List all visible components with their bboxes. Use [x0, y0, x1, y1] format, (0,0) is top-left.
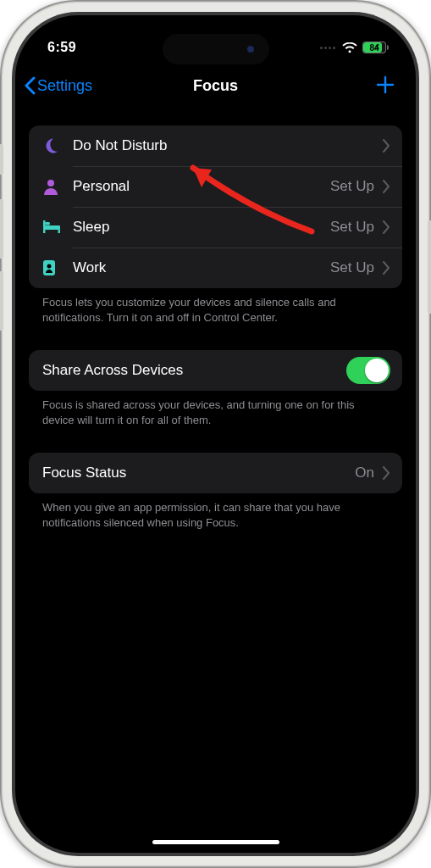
content-area: Do Not Disturb Personal Set Up — [15, 108, 416, 530]
row-label: Work — [73, 259, 330, 276]
row-trailing: Set Up — [330, 178, 374, 195]
row-label: Focus Status — [42, 465, 355, 481]
svg-rect-1 — [43, 225, 60, 230]
add-button[interactable] — [375, 72, 401, 99]
home-indicator[interactable] — [152, 840, 279, 844]
row-share-across-devices: Share Across Devices — [29, 350, 402, 391]
chevron-right-icon — [383, 180, 390, 193]
svg-point-0 — [47, 180, 54, 186]
share-toggle[interactable] — [346, 357, 390, 384]
screen: 6:59 84 ⚡︎ — [15, 15, 416, 853]
status-group: Focus Status On — [29, 453, 402, 493]
row-trailing: Set Up — [330, 219, 374, 236]
nav-bar: Settings Focus — [15, 64, 416, 108]
svg-rect-5 — [43, 220, 46, 226]
row-label: Personal — [73, 178, 330, 195]
row-label: Sleep — [73, 219, 330, 236]
chevron-right-icon — [383, 220, 390, 234]
row-label: Do Not Disturb — [73, 137, 374, 154]
svg-rect-2 — [43, 230, 46, 233]
wifi-icon — [342, 42, 357, 53]
row-work[interactable]: Work Set Up — [29, 248, 402, 288]
person-icon — [42, 178, 73, 195]
svg-point-7 — [47, 264, 52, 269]
chevron-left-icon — [24, 76, 36, 95]
moon-icon — [42, 137, 73, 154]
device-bezel: 6:59 84 ⚡︎ — [12, 12, 419, 856]
row-trailing: Set Up — [330, 259, 374, 276]
reception-icon — [320, 47, 335, 49]
status-right: 84 ⚡︎ — [320, 42, 389, 53]
row-do-not-disturb[interactable]: Do Not Disturb — [29, 125, 402, 166]
share-group: Share Across Devices — [29, 350, 402, 391]
dynamic-island — [163, 34, 269, 64]
back-label: Settings — [37, 77, 92, 95]
status-time: 6:59 — [47, 40, 76, 55]
chevron-right-icon — [383, 466, 390, 480]
svg-rect-4 — [45, 222, 50, 225]
chevron-right-icon — [383, 261, 390, 275]
back-button[interactable]: Settings — [24, 76, 92, 95]
row-label: Share Across Devices — [42, 362, 346, 379]
svg-rect-3 — [58, 230, 61, 233]
plus-icon — [375, 75, 395, 95]
footer-modes: Focus lets you customize your devices an… — [29, 288, 402, 325]
charging-bolt-icon: ⚡︎ — [374, 43, 379, 52]
row-focus-status[interactable]: Focus Status On — [29, 453, 402, 493]
row-personal[interactable]: Personal Set Up — [29, 166, 402, 207]
footer-share: Focus is shared across your devices, and… — [29, 391, 402, 427]
footer-status: When you give an app permission, it can … — [29, 493, 402, 530]
camera-dot — [247, 46, 254, 53]
bed-icon — [42, 220, 73, 234]
chevron-right-icon — [383, 139, 390, 153]
device-frame: 6:59 84 ⚡︎ — [0, 0, 431, 868]
toggle-knob — [365, 359, 389, 382]
badge-icon — [42, 259, 73, 276]
volume-down-button — [0, 271, 3, 331]
power-button — [428, 220, 431, 314]
row-trailing: On — [355, 465, 374, 481]
mute-switch — [0, 144, 3, 175]
focus-modes-group: Do Not Disturb Personal Set Up — [29, 125, 402, 288]
volume-up-button — [0, 199, 3, 259]
row-sleep[interactable]: Sleep Set Up — [29, 207, 402, 248]
battery-indicator: 84 ⚡︎ — [362, 42, 389, 53]
